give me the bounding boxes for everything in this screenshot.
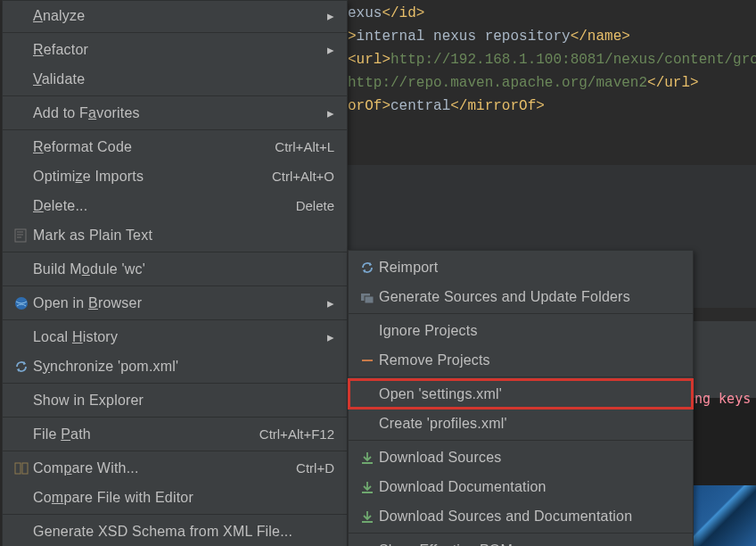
menu-label: Compare File with Editor (31, 490, 334, 506)
menu-shortcut: Ctrl+Alt+O (272, 169, 334, 184)
submenu-arrow-icon: ▸ (325, 8, 334, 24)
menu-generate-xsd[interactable]: Generate XSD Schema from XML File... (3, 517, 347, 546)
menu-shortcut: Delete (296, 198, 334, 213)
submenu-arrow-icon: ▸ (325, 42, 334, 58)
menu-analyze[interactable]: AAnalyzenalyze ▸ (3, 1, 347, 30)
refresh-icon (357, 261, 377, 275)
minus-icon (357, 353, 377, 368)
menu-label: Create 'profiles.xml' (377, 416, 680, 432)
svg-rect-10 (365, 296, 374, 303)
menu-create-profiles-xml[interactable]: Create 'profiles.xml' (349, 409, 693, 438)
menu-label: Generate Sources and Update Folders (377, 289, 680, 305)
menu-validate[interactable]: Validate (3, 64, 347, 94)
svg-rect-12 (362, 462, 373, 464)
menu-show-explorer[interactable]: Show in Explorer (3, 385, 347, 415)
menu-open-browser[interactable]: Open in Browser ▸ (3, 288, 347, 318)
menu-open-settings-xml[interactable]: Open 'settings.xml' (349, 379, 693, 409)
menu-label: File Path (31, 426, 259, 443)
menu-download-sources-docs[interactable]: Download Sources and Documentation (349, 501, 693, 531)
menu-mark-plain-text[interactable]: Mark as Plain Text (3, 220, 347, 250)
menu-label: Open 'settings.xml' (377, 386, 680, 402)
menu-shortcut: Ctrl+Alt+L (275, 139, 334, 154)
menu-label: Delete... (31, 198, 296, 214)
menu-file-path[interactable]: File Path Ctrl+Alt+F12 (3, 419, 347, 449)
browser-icon (12, 296, 31, 310)
menu-local-history[interactable]: Local History ▸ (3, 322, 347, 352)
menu-synchronize[interactable]: Synchronize 'pom.xml' (3, 352, 347, 381)
submenu-arrow-icon: ▸ (325, 329, 334, 345)
plaintext-icon (12, 228, 31, 243)
context-menu-maven: Reimport Generate Sources and Update Fol… (348, 250, 694, 546)
editor-code: exus</id> >internal nexus repository</na… (348, 0, 756, 118)
menu-compare-editor[interactable]: Compare File with Editor (3, 483, 347, 512)
menu-label: Show in Explorer (31, 393, 334, 409)
menu-label: Build Module 'wc' (31, 261, 334, 277)
diff-icon (12, 461, 31, 476)
menu-shortcut: Ctrl+D (296, 460, 334, 476)
menu-label: Reimport (377, 260, 680, 276)
menu-remove-projects[interactable]: Remove Projects (349, 345, 693, 375)
menu-label: Download Documentation (377, 479, 680, 495)
menu-label: AAnalyzenalyze (31, 8, 325, 24)
menu-build-module[interactable]: Build Module 'wc' (3, 254, 347, 284)
menu-label: Validate (31, 71, 334, 87)
background-text: ng keys (694, 391, 751, 407)
menu-label: Download Sources (377, 450, 680, 466)
menu-ignore-projects[interactable]: Ignore Projects (349, 316, 693, 345)
download-icon (357, 451, 377, 465)
folders-icon (357, 290, 377, 304)
download-icon (357, 480, 377, 494)
menu-label: Download Sources and Documentation (377, 509, 680, 525)
menu-show-effective-pom[interactable]: Show Effective POM (349, 535, 693, 546)
menu-add-favorites[interactable]: Add to Favorites ▸ (3, 98, 347, 128)
svg-rect-11 (362, 360, 373, 361)
submenu-arrow-icon: ▸ (325, 105, 334, 121)
menu-label: Reformat Code (31, 139, 275, 155)
svg-rect-14 (362, 521, 373, 523)
menu-label: Generate XSD Schema from XML File... (31, 524, 334, 540)
context-menu-main: AAnalyzenalyze ▸ Refactor ▸ Validate Add… (2, 0, 348, 546)
menu-label: Ignore Projects (377, 323, 680, 339)
menu-refactor[interactable]: Refactor ▸ (3, 35, 347, 64)
menu-label: Add to Favorites (31, 105, 325, 121)
menu-label: Refactor (31, 42, 325, 58)
menu-reimport[interactable]: Reimport (349, 252, 693, 282)
menu-label: Compare With... (31, 460, 296, 476)
menu-label: Show Effective POM (377, 542, 680, 547)
download-icon (357, 509, 377, 524)
menu-reformat-code[interactable]: Reformat Code Ctrl+Alt+L (3, 132, 347, 161)
menu-optimize-imports[interactable]: Optimize Imports Ctrl+Alt+O (3, 161, 347, 191)
menu-label: Mark as Plain Text (31, 228, 334, 244)
svg-rect-13 (362, 492, 373, 493)
menu-label: Synchronize 'pom.xml' (31, 359, 334, 375)
menu-compare-with[interactable]: Compare With... Ctrl+D (3, 453, 347, 483)
svg-rect-5 (15, 463, 21, 474)
submenu-arrow-icon: ▸ (325, 295, 334, 311)
menu-label: Open in Browser (31, 295, 325, 311)
menu-generate-sources[interactable]: Generate Sources and Update Folders (349, 282, 693, 311)
menu-shortcut: Ctrl+Alt+F12 (259, 426, 334, 442)
svg-rect-0 (15, 229, 26, 242)
svg-rect-6 (22, 463, 28, 474)
menu-download-docs[interactable]: Download Documentation (349, 472, 693, 501)
menu-download-sources[interactable]: Download Sources (349, 443, 693, 472)
menu-label: Optimize Imports (31, 169, 272, 185)
refresh-icon (12, 360, 31, 374)
menu-label: Remove Projects (377, 352, 680, 368)
menu-label: Local History (31, 329, 325, 345)
menu-delete[interactable]: Delete... Delete (3, 191, 347, 220)
background-tile (694, 485, 756, 546)
